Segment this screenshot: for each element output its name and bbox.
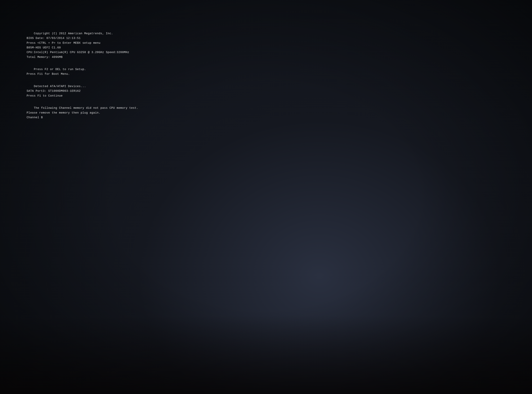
- bios-screen: Copyright (C) 2012 American Megatrends, …: [0, 0, 532, 394]
- bios-info-section: Copyright (C) 2012 American Megatrends, …: [27, 32, 129, 59]
- bios-ata-section: Detected ATA/ATAPI Devices... SATA Port3…: [27, 85, 86, 98]
- bios-boot-section: Press F2 or DEL to run Setup. Press F11 …: [27, 68, 86, 76]
- bios-error-section: The following Channel memory did not pas…: [27, 106, 138, 119]
- bios-output: Copyright (C) 2012 American Megatrends, …: [27, 27, 505, 125]
